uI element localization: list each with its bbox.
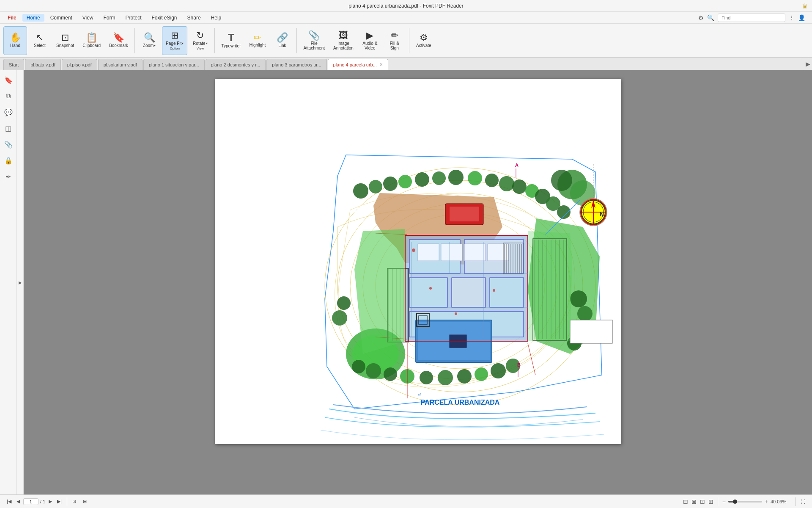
tab-plano2[interactable]: plano 2 desmontes y r... xyxy=(206,59,266,70)
svg-point-59 xyxy=(384,367,397,381)
svg-point-47 xyxy=(485,174,499,187)
menu-foxiteSign[interactable]: Foxit eSign xyxy=(148,14,181,22)
tool-hand-label: Hand xyxy=(10,43,20,48)
single-page-btn[interactable]: ⊟ xyxy=(682,497,689,506)
win-controls[interactable]: ♛ xyxy=(802,2,808,10)
menu-protect[interactable]: Protect xyxy=(121,14,146,22)
zoom-arrow: ▾ xyxy=(154,44,156,47)
menu-file[interactable]: File xyxy=(3,14,21,22)
pdf-area[interactable]: N PARCELA URBANIZADA A B xyxy=(24,70,812,494)
status-sep1 xyxy=(67,497,67,506)
sidebar-attachments[interactable]: 📎 xyxy=(2,138,15,151)
tool-snapshot[interactable]: ⊡ Snapshot xyxy=(52,26,78,55)
zoom-slider[interactable] xyxy=(728,501,762,502)
tool-select-label: Select xyxy=(34,43,46,48)
tab-plbaja[interactable]: pl.baja v.pdf xyxy=(25,59,61,70)
fit-page-btn[interactable]: ⊡ xyxy=(71,498,78,505)
menu-comment[interactable]: Comment xyxy=(46,14,77,22)
svg-rect-16 xyxy=(490,278,524,307)
tab-close-icon[interactable]: ✕ xyxy=(379,62,383,67)
tool-clipboard[interactable]: 📋 Clipboard xyxy=(79,26,104,55)
link-icon: 🔗 xyxy=(277,33,288,42)
sidebar-layers[interactable]: ◫ xyxy=(2,122,15,135)
tab-start[interactable]: Start xyxy=(3,59,24,70)
svg-rect-98 xyxy=(464,244,486,261)
tool-rotateview[interactable]: ↻ Rotate ▾ View xyxy=(188,26,212,55)
sidebar-bookmark[interactable]: 🔖 xyxy=(2,74,15,86)
tabs-scroll-right[interactable]: ▶ xyxy=(806,61,810,67)
sidebar-security[interactable]: 🔒 xyxy=(2,154,15,167)
zoom-out-btn[interactable]: − xyxy=(721,498,727,505)
user-icon[interactable]: 👤 xyxy=(798,14,805,21)
sidebar-signature[interactable]: ✒ xyxy=(2,170,15,183)
cover-btn[interactable]: ⊞ xyxy=(708,497,714,506)
zoom-in-btn[interactable]: + xyxy=(764,498,769,505)
tool-imgannot[interactable]: 🖼 ImageAnnotation xyxy=(329,26,357,55)
menu-home[interactable]: Home xyxy=(22,14,44,22)
svg-point-48 xyxy=(499,176,514,191)
tool-fileattach[interactable]: 📎 FileAttachment xyxy=(299,26,329,55)
separator-4 xyxy=(409,28,409,53)
sidebar-pages[interactable]: ⧉ xyxy=(2,90,15,102)
svg-point-43 xyxy=(415,172,429,187)
sidebar-collapse-arrow[interactable]: ▶ xyxy=(17,70,24,494)
tool-bookmark[interactable]: 🔖 Bookmark xyxy=(105,26,132,55)
search-icon[interactable]: 🔍 xyxy=(707,14,714,21)
tool-rotateview-label: Rotate xyxy=(193,41,205,46)
svg-text:A: A xyxy=(515,163,518,168)
tool-link[interactable]: 🔗 Link xyxy=(270,26,294,55)
tool-zoom[interactable]: 🔍 Zoom ▾ xyxy=(137,26,161,55)
tab-plsolarium[interactable]: pl.solarium v.pdf xyxy=(98,59,143,70)
tab-plano3[interactable]: plano 3 parametros ur... xyxy=(266,59,326,70)
tool-fillsign[interactable]: ✏ Fill &Sign xyxy=(383,26,406,55)
tool-typewriter[interactable]: T Typewriter xyxy=(217,26,244,55)
snapshot-icon: ⊡ xyxy=(61,33,69,42)
tool-audiovid[interactable]: ▶ Audio &Video xyxy=(358,26,382,55)
zoom-controls: − + 40.09% xyxy=(721,498,792,505)
tool-select[interactable]: ↖ Select xyxy=(28,26,52,55)
tool-highlight[interactable]: ✏ Highlight xyxy=(245,26,269,55)
sidebar-comments[interactable]: 💬 xyxy=(2,106,15,119)
tab-plano4[interactable]: plano 4 parcela urb... ✕ xyxy=(328,59,388,70)
audiovid-icon: ▶ xyxy=(366,31,373,40)
status-bar: |◀ ◀ 1 / 1 ▶ ▶| ⊡ ⊟ ⊟ ⊠ ⊡ ⊞ − + 40.09% ⛶ xyxy=(0,494,812,508)
page-separator: / 1 xyxy=(40,499,45,504)
menu-share[interactable]: Share xyxy=(183,14,205,22)
menu-view[interactable]: View xyxy=(78,14,98,22)
svg-point-57 xyxy=(352,360,365,373)
settings-icon[interactable]: ⚙ xyxy=(698,14,704,21)
continuous-btn[interactable]: ⊠ xyxy=(691,497,697,506)
menu-form[interactable]: Form xyxy=(99,14,120,22)
tool-pagefit[interactable]: ⊞ Page Fit ▾ Option xyxy=(162,26,187,55)
next-page-btn[interactable]: ▶ xyxy=(47,498,54,505)
fullscreen-btn[interactable]: ⛶ xyxy=(799,498,807,505)
svg-rect-99 xyxy=(488,244,509,261)
zoom-percent: 40.09% xyxy=(771,499,792,504)
tool-pagefit-label: Page Fit xyxy=(166,41,181,46)
tab-plpiso[interactable]: pl.piso v.pdf xyxy=(62,59,97,70)
first-page-btn[interactable]: |◀ xyxy=(5,498,13,505)
tab-plano1[interactable]: plano 1 situacion y par... xyxy=(143,59,205,70)
rotateview-arrow: ▾ xyxy=(206,41,208,45)
page-number-input[interactable]: 1 xyxy=(23,498,38,505)
svg-point-62 xyxy=(438,370,453,385)
svg-marker-92 xyxy=(354,229,405,354)
find-input[interactable] xyxy=(718,14,785,22)
fit-width-btn[interactable]: ⊟ xyxy=(81,498,88,505)
svg-point-111 xyxy=(429,287,432,290)
svg-point-65 xyxy=(491,363,506,378)
svg-point-112 xyxy=(493,289,495,292)
facing-btn[interactable]: ⊡ xyxy=(699,497,706,506)
compass-n: N xyxy=(600,211,604,218)
kebab-menu-icon[interactable]: ⋮ xyxy=(789,14,795,21)
menu-help[interactable]: Help xyxy=(207,14,226,22)
last-page-btn[interactable]: ▶| xyxy=(55,498,63,505)
svg-point-110 xyxy=(412,248,415,252)
pdf-page: N PARCELA URBANIZADA A B xyxy=(215,79,621,444)
pagefit-sub: Option xyxy=(170,47,180,50)
prev-page-btn[interactable]: ◀ xyxy=(15,498,22,505)
typewriter-icon: T xyxy=(228,33,234,43)
tool-hand[interactable]: ✋ Hand xyxy=(3,26,27,55)
svg-rect-97 xyxy=(441,244,462,261)
tool-activate[interactable]: ⚙ Activate xyxy=(412,26,436,55)
